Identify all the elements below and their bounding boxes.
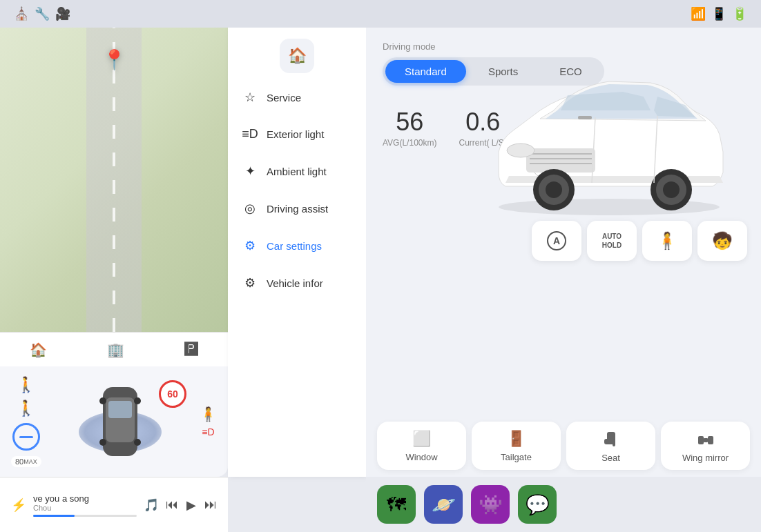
wechat-app-icon[interactable]: 💬 — [518, 485, 557, 524]
tab-standard[interactable]: Standard — [385, 60, 466, 83]
menu-item-ambient-light[interactable]: ✦ Ambient light — [228, 152, 366, 190]
map-nav-bar: 🏠 🏢 🅿 — [0, 332, 228, 366]
auto-hold-button[interactable]: AUTOHOLD — [587, 221, 637, 261]
svg-point-5 — [99, 439, 106, 446]
seat-label: Seat — [601, 453, 620, 463]
map-area[interactable]: 📍 — [0, 28, 228, 332]
song-info: ve you a song Chou — [33, 493, 137, 517]
seat-icon — [601, 429, 621, 449]
nav-parking-icon[interactable]: 🅿 — [173, 336, 209, 363]
svg-point-3 — [99, 397, 106, 404]
svg-point-12 — [507, 144, 534, 157]
svg-rect-25 — [698, 436, 704, 444]
driver-assist-right-icons: 🧍 ≡D — [200, 406, 217, 437]
pet-icon: 👾 — [479, 493, 503, 516]
wing-mirror-label: Wing mirror — [682, 453, 729, 463]
car-top-view-svg — [96, 384, 144, 460]
a-mode-icon: A — [547, 231, 566, 250]
menu-item-service[interactable]: ☆ Service — [228, 79, 366, 116]
home-icon: 🏠 — [288, 47, 307, 65]
seat-button[interactable]: Seat — [566, 422, 655, 470]
usb-icon: ⚡ — [11, 497, 26, 513]
svg-rect-8 — [526, 148, 595, 173]
person-walking-icon: 🚶 — [17, 376, 35, 394]
svg-point-6 — [134, 439, 141, 446]
service-label: Service — [267, 92, 301, 104]
svg-point-4 — [134, 397, 141, 404]
tailgate-icon: 🚪 — [507, 430, 526, 448]
song-progress-fill — [33, 515, 75, 517]
svg-rect-27 — [704, 438, 708, 442]
avg-consumption-stat: 56 AVG(L/100km) — [383, 108, 436, 148]
top-right-icons: 📶 📱 🔋 — [691, 6, 747, 21]
speed-limit-badge: 60 — [159, 380, 186, 408]
driving-assist-label: Driving assist — [267, 203, 328, 215]
person-seat1-button[interactable]: 🧍 — [642, 221, 692, 261]
song-artist: Chou — [33, 504, 137, 512]
battery-icon: 🔋 — [732, 6, 747, 21]
maps-icon: 🗺 — [387, 493, 406, 516]
person-seat1-icon: 🧍 — [657, 231, 677, 250]
top-bar: ⛪ 🔧 🎥 📶 📱 🔋 — [0, 0, 761, 28]
svg-rect-26 — [708, 436, 713, 444]
left-panel: 📍 🏠 🏢 🅿 🚶 🚶 80 MAX — [0, 28, 228, 477]
wing-mirror-button[interactable]: Wing mirror — [661, 422, 750, 470]
maps-app-icon[interactable]: 🗺 — [377, 485, 416, 524]
planet-app-icon[interactable]: 🪐 — [424, 485, 463, 524]
bottom-player: ⚡ ve you a song Chou 🎵 ⏮ ▶ ⏭ — [0, 477, 228, 532]
window-icon: ⬜ — [412, 430, 431, 448]
car-settings-label: Car settings — [267, 240, 322, 252]
map-road-line — [113, 28, 115, 332]
auto-hold-icon: AUTOHOLD — [602, 232, 622, 250]
nav-building-icon[interactable]: 🏢 — [96, 336, 135, 364]
car-image-svg — [471, 41, 747, 221]
vehicle-infor-label: Vehicle infor — [267, 277, 323, 289]
song-title: ve you a song — [33, 493, 137, 504]
steering-wheel-icon — [12, 423, 40, 451]
menu-home-button[interactable]: 🏠 — [280, 39, 314, 73]
map-pin: 📍 — [102, 48, 126, 71]
driver-area: 🚶 🚶 80 MAX 🧍 ≡D — [0, 366, 228, 477]
svg-rect-21 — [578, 116, 592, 119]
right-main-panel: Driving mode Standard Sports ECO 56 AVG(… — [366, 28, 761, 532]
nav-home-icon[interactable]: 🏠 — [19, 336, 58, 364]
pet-app-icon[interactable]: 👾 — [471, 485, 510, 524]
window-label: Window — [405, 452, 437, 462]
menu-item-vehicle-infor[interactable]: ⚙ Vehicle infor — [228, 264, 366, 302]
car-settings-icon: ⚙ — [242, 238, 258, 253]
ambient-light-icon: ✦ — [242, 164, 258, 179]
planet-icon: 🪐 — [432, 493, 456, 516]
exterior-light-icon: ≡D — [242, 127, 258, 141]
avg-unit: AVG(L/100km) — [383, 138, 436, 148]
tailgate-button[interactable]: 🚪 Tailgate — [472, 422, 561, 470]
wechat-icon: 💬 — [526, 493, 550, 516]
person-seat2-button[interactable]: 🧒 — [697, 221, 747, 261]
prev-button[interactable]: ⏮ — [166, 497, 178, 512]
svg-point-15 — [546, 181, 562, 198]
driving-assist-icon: ◎ — [242, 201, 258, 216]
menu-item-exterior-light[interactable]: ≡D Exterior light — [228, 116, 366, 152]
icon-2: 🔧 — [35, 6, 50, 21]
car-display-area — [471, 41, 747, 221]
vehicle-infor-icon: ⚙ — [242, 275, 258, 290]
svg-rect-2 — [108, 401, 132, 418]
person-seat-icon: 🧍 — [200, 406, 217, 422]
driver-icons-left: 🚶 🚶 80 MAX — [11, 376, 41, 467]
menu-item-driving-assist[interactable]: ◎ Driving assist — [228, 190, 366, 227]
tailgate-label: Tailgate — [501, 452, 532, 462]
music-note-icon: 🎵 — [144, 497, 159, 513]
a-mode-button[interactable]: A — [532, 221, 581, 261]
next-button[interactable]: ⏭ — [204, 497, 217, 512]
play-button[interactable]: ▶ — [186, 497, 196, 513]
service-icon: ☆ — [242, 90, 258, 105]
phone-icon: 📱 — [711, 6, 726, 21]
window-button[interactable]: ⬜ Window — [377, 422, 466, 470]
person-seat2-icon: 🧒 — [712, 231, 733, 250]
top-left-icons: ⛪ 🔧 🎥 — [14, 6, 70, 21]
menu-item-car-settings[interactable]: ⚙ Car settings — [228, 227, 366, 264]
icon-3: 🎥 — [55, 6, 70, 21]
svg-rect-24 — [613, 442, 615, 446]
song-progress-bar[interactable] — [33, 515, 137, 517]
avg-value: 56 — [383, 108, 436, 137]
center-menu: 🏠 ☆ Service ≡D Exterior light ✦ Ambient … — [228, 28, 366, 477]
